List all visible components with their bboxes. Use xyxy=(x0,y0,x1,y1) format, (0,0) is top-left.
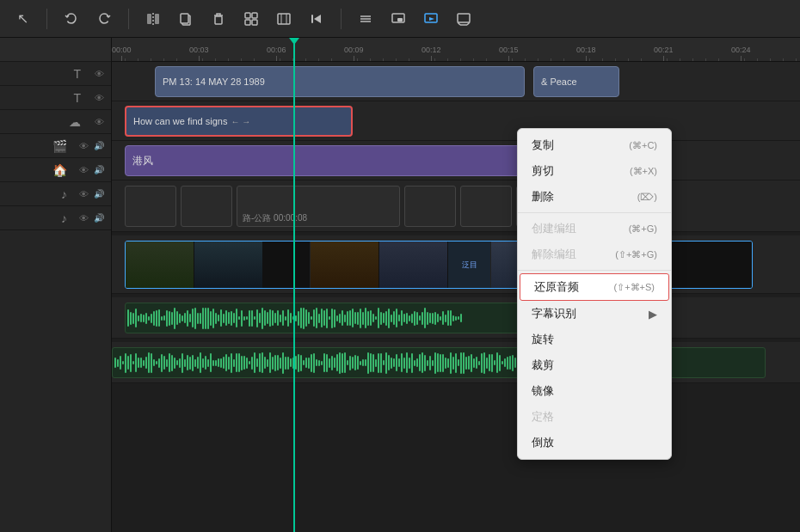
waveform-bar xyxy=(434,312,436,325)
ctx-rotate[interactable]: 旋转 xyxy=(518,327,671,352)
waveform-bar xyxy=(429,356,431,370)
undo-button[interactable] xyxy=(59,7,83,31)
thumb-1 xyxy=(126,242,194,288)
ctx-rotate-label: 旋转 xyxy=(532,332,554,347)
waveform-bar xyxy=(367,352,369,374)
ctx-delete-shortcut: (⌦) xyxy=(637,192,657,203)
prev-frame-button[interactable] xyxy=(305,7,329,31)
text-clip-pm[interactable]: PM 13: 14 MAY 28 1989 xyxy=(155,66,525,97)
ctx-mirror[interactable]: 镜像 xyxy=(518,378,671,404)
thumb-2 xyxy=(194,242,263,288)
ctx-cut[interactable]: 剪切 (⌘+X) xyxy=(518,158,671,184)
ctx-delete[interactable]: 删除 (⌦) xyxy=(518,184,671,210)
video-clip-2d[interactable] xyxy=(404,186,456,227)
ctx-create-group-shortcut: (⌘+G) xyxy=(629,223,657,235)
ctx-subtitle[interactable]: 字幕识别 ▶ xyxy=(518,301,671,327)
waveform-bar xyxy=(460,352,462,374)
copy-button[interactable] xyxy=(174,7,198,31)
group-button[interactable] xyxy=(239,7,263,31)
waveform-bar xyxy=(290,313,292,323)
waveform-bar xyxy=(393,358,395,367)
waveform-bar xyxy=(414,360,415,366)
ctx-create-group[interactable]: 创建编组 (⌘+G) xyxy=(518,216,671,242)
waveform-bar xyxy=(277,310,279,326)
svg-rect-0 xyxy=(147,14,151,24)
split-button[interactable] xyxy=(141,7,165,31)
waveform-bar xyxy=(264,357,266,369)
video-clip-2c[interactable]: 路-公路 00:00:08 xyxy=(237,186,400,227)
eye-icon-4[interactable]: 👁 xyxy=(79,141,89,151)
waveform-bar xyxy=(440,316,441,321)
export-button[interactable] xyxy=(419,7,443,31)
ruler-minor-tick xyxy=(486,58,487,61)
waveform-bar xyxy=(378,308,379,328)
audio-icon-7[interactable]: 🔊 xyxy=(94,213,104,223)
waveform-bar xyxy=(176,311,178,325)
pip-button[interactable] xyxy=(386,7,410,31)
timeline[interactable]: 00:0000:0300:0600:0900:1200:1500:1800:21… xyxy=(112,38,800,532)
waveform-bar xyxy=(380,312,382,325)
waveform-bar xyxy=(243,316,245,321)
ruler-minor-tick xyxy=(151,58,151,61)
ruler-minor-tick xyxy=(228,58,229,61)
video-clip-2e[interactable] xyxy=(460,186,512,227)
ctx-copy[interactable]: 复制 (⌘+C) xyxy=(518,132,671,158)
waveform-bar xyxy=(514,358,516,368)
eye-icon-3[interactable]: 👁 xyxy=(95,117,104,127)
ctx-trim[interactable]: 裁剪 xyxy=(518,352,671,378)
ctx-restore-audio[interactable]: 还原音频 (⇧+⌘+S) xyxy=(520,273,669,301)
waveform-bar xyxy=(450,352,452,374)
ctx-reverse[interactable]: 倒放 xyxy=(518,430,671,456)
settings-button[interactable] xyxy=(452,7,476,31)
waveform-bar xyxy=(424,355,426,371)
delete-button[interactable] xyxy=(206,7,231,31)
waveform-bar xyxy=(161,354,163,372)
audio-icon-5[interactable]: 🔊 xyxy=(94,165,104,174)
ruler-tick: 00:21 xyxy=(654,46,674,61)
text-icon-2: T xyxy=(73,91,81,105)
waveform-bar xyxy=(403,314,405,322)
waveform-bar xyxy=(200,352,201,373)
ctx-freeze[interactable]: 定格 xyxy=(518,404,671,430)
waveform-bar xyxy=(321,361,323,365)
waveform-bar xyxy=(396,309,397,327)
eye-icon-6[interactable]: 👁 xyxy=(79,189,89,199)
trim-button[interactable] xyxy=(272,7,296,31)
audio-icon-4[interactable]: 🔊 xyxy=(94,141,104,150)
waveform-bar xyxy=(504,358,506,367)
waveform-bar xyxy=(455,316,457,321)
waveform-bar xyxy=(169,311,170,326)
ctx-ungroup-shortcut: (⇧+⌘+G) xyxy=(615,249,657,260)
waveform-bar xyxy=(352,357,354,369)
text-clip-peace[interactable]: & Peace xyxy=(533,66,619,97)
eye-icon-7[interactable]: 👁 xyxy=(79,213,89,223)
text-clip-howcan[interactable]: How can we find signs ← → xyxy=(125,106,353,137)
waveform-bar xyxy=(489,354,490,371)
redo-button[interactable] xyxy=(92,7,116,31)
cursor-tool[interactable]: ↖ xyxy=(10,7,34,31)
eye-icon-1[interactable]: 👁 xyxy=(95,69,104,79)
ctx-ungroup[interactable]: 解除编组 (⇧+⌘+G) xyxy=(518,242,671,267)
waveform-bar xyxy=(212,309,214,328)
waveform-bar xyxy=(391,315,392,322)
eye-icon-2[interactable]: 👁 xyxy=(95,93,104,103)
waveform-bar xyxy=(174,308,175,329)
ctx-subtitle-arrow: ▶ xyxy=(649,308,657,321)
eye-icon-5[interactable]: 👁 xyxy=(79,165,89,175)
waveform-bar xyxy=(380,353,382,373)
ctx-delete-label: 删除 xyxy=(532,189,554,205)
video-clip-2b[interactable] xyxy=(181,186,232,227)
ruler-minor-tick xyxy=(280,58,280,61)
waveform-bar xyxy=(223,357,225,369)
ruler-minor-tick xyxy=(460,58,461,61)
ruler-minor-tick xyxy=(525,58,526,61)
ruler-minor-tick xyxy=(718,58,719,61)
audio-button[interactable] xyxy=(354,7,378,31)
waveform-bar xyxy=(210,311,212,326)
waveform-bar xyxy=(414,311,415,326)
waveform-bar xyxy=(339,314,341,323)
waveform-bar xyxy=(120,356,121,370)
waveform-bar xyxy=(158,358,160,368)
audio-icon-6[interactable]: 🔊 xyxy=(94,189,104,199)
video-clip-2a[interactable] xyxy=(125,186,176,227)
